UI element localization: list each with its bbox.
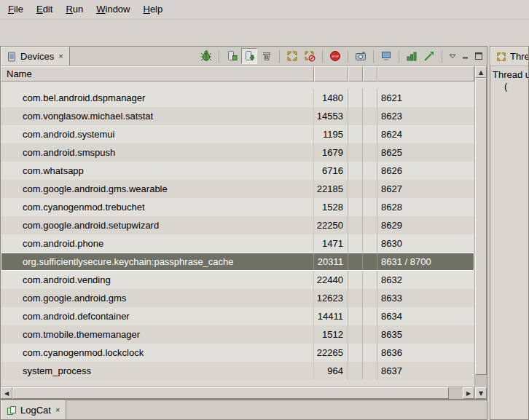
pid-cell: 964: [314, 362, 348, 380]
view-hierarchy-icon[interactable]: [378, 48, 394, 64]
column-header-port[interactable]: [377, 66, 474, 82]
table-row[interactable]: system_process9648637: [1, 362, 474, 380]
vertical-scrollbar[interactable]: ▲ ▼: [474, 66, 487, 399]
pid-cell: 1679: [314, 143, 348, 162]
devices-tabbar: Devices ×: [1, 47, 487, 66]
debug-process-icon[interactable]: [198, 48, 214, 64]
process-name-cell: com.bel.android.dspmanager: [1, 89, 314, 107]
threads-icon: [496, 52, 506, 62]
main-toolbar: [0, 20, 529, 46]
column-header-empty-2[interactable]: [363, 66, 377, 82]
scroll-left-icon[interactable]: ◀: [1, 387, 12, 399]
process-name-cell: com.whatsapp: [1, 162, 314, 180]
horizontal-scroll-track[interactable]: [12, 387, 463, 399]
threads-view: Threads Thread up (: [490, 46, 529, 420]
pid-cell: 22265: [314, 344, 348, 362]
table-row[interactable]: com.tmobile.thememanager15128635: [1, 325, 474, 344]
table-row[interactable]: com.google.android.gms126238633: [1, 289, 474, 307]
port-cell: 8631 / 8700: [377, 253, 474, 271]
port-cell: 8621: [377, 89, 474, 107]
column-header-name[interactable]: Name: [1, 66, 314, 82]
menu-run[interactable]: Run: [59, 0, 90, 19]
view-menu-icon[interactable]: [447, 50, 458, 62]
close-icon[interactable]: ×: [58, 52, 63, 60]
empty-cell: [363, 253, 377, 271]
devices-table-area: Name com.bel.android.dspmanager14808621c…: [1, 66, 487, 399]
update-heap-icon[interactable]: [224, 48, 240, 64]
scroll-up-icon[interactable]: ▲: [475, 66, 487, 78]
menu-help[interactable]: Help: [136, 0, 169, 19]
menu-window[interactable]: Window: [90, 0, 136, 19]
table-row[interactable]: com.android.smspush16798625: [1, 143, 474, 162]
cause-gc-icon[interactable]: [259, 48, 275, 64]
table-row[interactable]: com.cyanogenmod.trebuchet15288628: [1, 198, 474, 216]
stop-process-icon[interactable]: STOP: [327, 48, 343, 64]
pid-cell: 22250: [314, 216, 348, 234]
pid-cell: 1480: [314, 89, 348, 107]
menu-edit[interactable]: Edit: [30, 0, 59, 19]
method-profiling-icon[interactable]: [404, 48, 420, 64]
workbench-area: Devices ×: [0, 46, 529, 420]
dump-hprof-icon[interactable]: [241, 48, 257, 64]
process-name-cell: system_process: [1, 362, 314, 380]
screen-capture-icon[interactable]: [353, 48, 369, 64]
minimize-icon[interactable]: [460, 50, 471, 62]
table-row[interactable]: com.google.android.setupwizard222508629: [1, 216, 474, 234]
table-row[interactable]: com.android.systemui11958624: [1, 125, 474, 143]
column-header-pid[interactable]: [314, 66, 348, 82]
table-row[interactable]: com.cyanogenmod.lockclock222658636: [1, 344, 474, 362]
update-threads-icon[interactable]: [284, 48, 300, 64]
table-row[interactable]: com.vonglasow.michael.satstat145538623: [1, 107, 474, 125]
column-header-empty-1[interactable]: [348, 66, 363, 82]
empty-cell: [348, 89, 363, 107]
tab-devices[interactable]: Devices ×: [1, 47, 70, 66]
table-row[interactable]: com.android.phone14718630: [1, 234, 474, 253]
empty-cell: [363, 307, 377, 325]
threads-message-line-1: Thread up: [493, 69, 526, 81]
table-rows: com.bel.android.dspmanager14808621com.vo…: [1, 82, 474, 387]
tab-threads[interactable]: Threads: [490, 47, 528, 66]
empty-cell: [348, 253, 363, 271]
process-name-cell: org.sufficientlysecure.keychain:passphra…: [1, 253, 314, 271]
scroll-down-icon[interactable]: ▼: [475, 387, 487, 399]
close-icon[interactable]: ×: [55, 406, 60, 414]
tab-logcat[interactable]: LogCat ×: [1, 400, 66, 419]
empty-cell: [348, 307, 363, 325]
scroll-right-icon[interactable]: ▶: [463, 387, 474, 399]
port-cell: 8630: [377, 234, 474, 253]
empty-cell: [348, 271, 363, 289]
pid-cell: 22440: [314, 271, 348, 289]
pid-cell: 1512: [314, 325, 348, 344]
maximize-icon[interactable]: [473, 50, 485, 62]
toolbar-separator: [219, 50, 219, 63]
table-header: Name: [1, 66, 474, 82]
process-name-cell: com.tmobile.thememanager: [1, 325, 314, 344]
port-cell: 8624: [377, 125, 474, 143]
process-name-cell: com.cyanogenmod.lockclock: [1, 344, 314, 362]
table-row[interactable]: com.android.vending224408632: [1, 271, 474, 289]
table-row[interactable]: org.sufficientlysecure.keychain:passphra…: [1, 253, 474, 271]
table-row[interactable]: com.android.defcontainer144118634: [1, 307, 474, 325]
table-row[interactable]: com.google.android.gms.wearable221858627: [1, 180, 474, 198]
table-row[interactable]: com.whatsapp67168626: [1, 162, 474, 180]
devices-toolbar: STOP: [198, 47, 487, 66]
port-cell: 8625: [377, 143, 474, 162]
empty-cell: [363, 234, 377, 253]
toolbar-separator: [399, 50, 399, 63]
vertical-scroll-track[interactable]: [475, 78, 487, 387]
empty-cell: [363, 107, 377, 125]
process-name-cell: com.google.android.gms.wearable: [1, 180, 314, 198]
systrace-icon[interactable]: [421, 48, 437, 64]
threads-message: Thread up (: [490, 66, 528, 95]
toolbar-separator: [322, 50, 323, 63]
tab-threads-label: Threads: [510, 51, 528, 62]
vertical-scroll-thumb[interactable]: [475, 78, 487, 375]
toolbar-separator: [279, 50, 280, 63]
empty-cell: [348, 107, 363, 125]
horizontal-scrollbar[interactable]: ◀ ▶: [1, 387, 474, 399]
horizontal-scroll-thumb[interactable]: [12, 387, 449, 399]
menu-file[interactable]: File: [1, 0, 30, 19]
empty-cell: [363, 216, 377, 234]
table-row[interactable]: com.bel.android.dspmanager14808621: [1, 89, 474, 107]
stop-threads-icon[interactable]: [302, 48, 318, 64]
